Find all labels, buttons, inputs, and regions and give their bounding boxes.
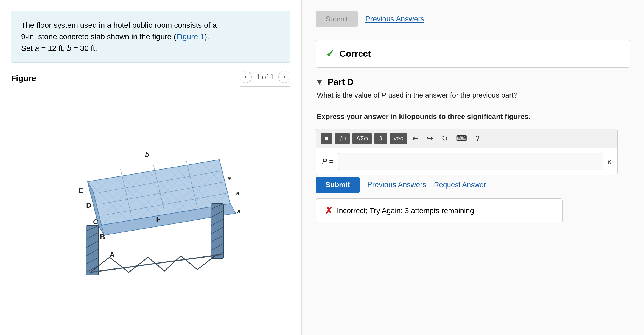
svg-text:a: a (237, 208, 240, 215)
svg-text:A: A (110, 251, 115, 259)
part-d-header: ▼ Part D (316, 77, 630, 87)
prev-answers-button[interactable]: Previous Answers (367, 181, 426, 189)
math-toolbar: ■ √□ ΑΣφ ⇕ vec ↩ ↪ ↻ ⌨ ? (316, 129, 618, 148)
answer-input-row: P = k (316, 148, 618, 175)
toolbar-sqrt-btn[interactable]: √□ (335, 133, 349, 144)
question-bold-line: Express your answer in kilopounds to thr… (317, 112, 531, 121)
left-panel: The floor system used in a hotel public … (0, 0, 302, 335)
arrows-icon: ⇕ (378, 135, 383, 142)
problem-text-2: 9-in. stone concrete slab shown in the f… (21, 32, 176, 41)
prev-figure-button[interactable]: ‹ (240, 71, 252, 83)
svg-text:F: F (156, 215, 161, 223)
problem-text-4: Set (21, 44, 35, 52)
figure-nav: ‹ 1 of 1 › (240, 71, 290, 87)
top-submit-button[interactable]: Submit (316, 11, 358, 27)
submit-button[interactable]: Submit (316, 177, 360, 193)
var-b: b (67, 44, 71, 52)
collapse-icon[interactable]: ▼ (316, 78, 323, 87)
problem-statement: The floor system used in a hotel public … (11, 11, 290, 63)
top-prev-answers-button[interactable]: Previous Answers (365, 15, 424, 23)
question-var: P (382, 91, 386, 99)
correct-banner: ✓ Correct (316, 40, 630, 68)
floor-system-svg: b a a a E D C B A F (55, 132, 247, 286)
problem-text-1: The floor system used in a hotel public … (21, 21, 217, 29)
toolbar-undo-btn[interactable]: ↩ (410, 132, 421, 145)
figure-count: 1 of 1 (256, 73, 274, 81)
sqrt-icon: √□ (339, 135, 346, 142)
incorrect-message: Incorrect; Try Again; 3 attempts remaini… (337, 207, 474, 215)
x-icon: ✗ (325, 205, 332, 216)
bottom-actions: Submit Previous Answers Request Answer (316, 177, 630, 193)
incorrect-banner: ✗ Incorrect; Try Again; 3 attempts remai… (316, 198, 563, 223)
right-panel: Submit Previous Answers ✓ Correct ▼ Part… (302, 0, 644, 335)
request-answer-button[interactable]: Request Answer (434, 181, 486, 189)
var-a: a (35, 44, 39, 52)
toolbar-vec-btn[interactable]: vec (390, 133, 407, 144)
toolbar-redo-btn[interactable]: ↪ (424, 132, 436, 145)
next-figure-button[interactable]: › (278, 71, 290, 83)
top-actions: Submit Previous Answers (316, 11, 630, 33)
svg-text:D: D (86, 201, 91, 209)
problem-text-3: ). (205, 32, 209, 41)
problem-text-6: = 30 ft. (71, 44, 97, 52)
correct-label: Correct (340, 49, 371, 59)
svg-text:C: C (93, 218, 98, 226)
svg-rect-14 (211, 204, 223, 259)
problem-text-5: = 12 ft, (39, 44, 67, 52)
unit-label: k (608, 157, 611, 166)
toolbar-help-btn[interactable]: ? (472, 132, 482, 145)
toolbar-greek-btn[interactable]: ΑΣφ (352, 133, 372, 144)
svg-text:a: a (236, 190, 239, 197)
p-equals-label: P = (322, 157, 334, 166)
part-d-question: What is the value of P used in the answe… (317, 90, 630, 122)
question-text-2: used in the answer for the previous part… (386, 91, 517, 99)
toolbar-arrows-btn[interactable]: ⇕ (374, 133, 387, 144)
toolbar-matrix-btn[interactable]: ■ (321, 133, 332, 144)
part-d-section: ▼ Part D What is the value of P used in … (316, 74, 630, 223)
figure-image: b a a a E D C B A F (11, 94, 290, 324)
svg-text:E: E (79, 186, 83, 194)
p-answer-input[interactable] (338, 153, 603, 170)
question-text-1: What is the value of (317, 91, 382, 99)
figure-link[interactable]: Figure 1 (176, 32, 205, 41)
toolbar-refresh-btn[interactable]: ↻ (439, 132, 450, 145)
svg-text:B: B (100, 233, 105, 241)
figure-label: Figure (11, 74, 36, 83)
toolbar-keyboard-btn[interactable]: ⌨ (453, 132, 470, 145)
checkmark-icon: ✓ (326, 48, 335, 60)
svg-text:b: b (145, 151, 149, 158)
svg-text:a: a (228, 175, 231, 182)
part-d-title: Part D (328, 77, 354, 87)
